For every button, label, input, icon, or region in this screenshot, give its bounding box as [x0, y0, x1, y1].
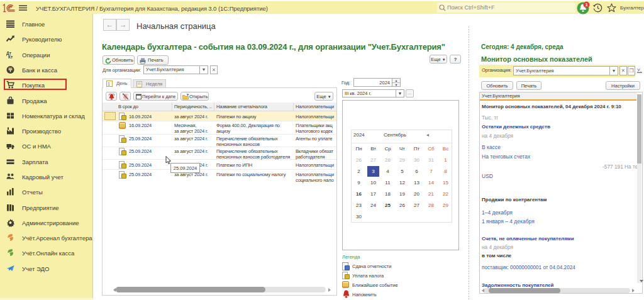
svg-text:Кт: Кт: [8, 55, 13, 59]
svg-text:1: 1: [585, 2, 587, 8]
svg-text:1: 1: [108, 82, 110, 86]
